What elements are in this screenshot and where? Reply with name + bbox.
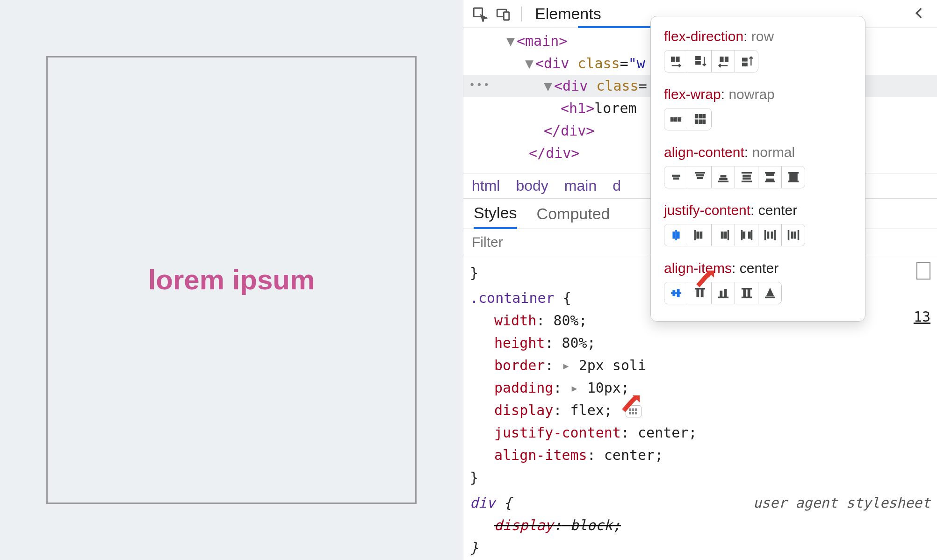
- justify-content-center-icon[interactable]: [664, 224, 688, 246]
- flex-direction-row-reverse-icon[interactable]: [711, 50, 735, 72]
- justify-content-start-icon[interactable]: [688, 224, 711, 246]
- svg-rect-11: [695, 57, 700, 60]
- section-flex-wrap: flex-wrap: nowrap: [664, 86, 852, 130]
- decl-padding[interactable]: padding: ▸ 10px;: [470, 377, 930, 399]
- section-justify-content: justify-content: center: [664, 202, 852, 266]
- svg-rect-32: [719, 178, 727, 180]
- subtab-styles[interactable]: Styles: [474, 199, 517, 229]
- svg-rect-10: [676, 57, 679, 62]
- align-content-space-around-icon[interactable]: [735, 166, 758, 188]
- content-heading: lorem ipsum: [148, 264, 315, 296]
- section-align-content: align-content: normal: [664, 144, 852, 188]
- justify-content-end-icon[interactable]: [711, 224, 735, 246]
- decl-height[interactable]: height: 80%;: [470, 332, 930, 354]
- device-toggle-icon[interactable]: [491, 2, 515, 26]
- svg-rect-79: [742, 297, 751, 298]
- svg-rect-73: [720, 291, 722, 297]
- svg-rect-46: [676, 230, 677, 240]
- justify-content-space-around-icon[interactable]: [758, 224, 781, 246]
- svg-rect-78: [748, 289, 750, 297]
- svg-rect-69: [677, 289, 679, 297]
- svg-rect-57: [751, 230, 752, 240]
- svg-rect-30: [697, 177, 703, 179]
- tab-elements[interactable]: Elements: [528, 0, 608, 28]
- label-flex-direction: flex-direction: row: [664, 29, 852, 44]
- breadcrumb-body[interactable]: body: [516, 177, 548, 194]
- svg-rect-55: [742, 232, 745, 238]
- svg-rect-65: [798, 230, 799, 240]
- align-content-stretch-icon[interactable]: [781, 166, 805, 188]
- svg-rect-31: [721, 176, 726, 178]
- align-items-start-icon[interactable]: [688, 282, 711, 304]
- svg-rect-58: [764, 230, 765, 240]
- align-content-options: [664, 166, 805, 188]
- align-content-end-icon[interactable]: [711, 166, 735, 188]
- svg-rect-39: [766, 173, 773, 176]
- svg-rect-26: [672, 175, 680, 177]
- svg-rect-47: [677, 232, 679, 238]
- svg-rect-35: [742, 175, 750, 177]
- svg-rect-15: [742, 58, 747, 61]
- flex-wrap-wrap-icon[interactable]: [688, 108, 711, 130]
- flex-direction-row-icon[interactable]: [664, 50, 688, 72]
- inspect-element-icon[interactable]: [468, 2, 491, 26]
- svg-rect-37: [742, 181, 751, 182]
- svg-rect-3: [629, 408, 631, 411]
- section-align-items: align-items: center: [664, 260, 852, 304]
- breadcrumb-html[interactable]: html: [472, 177, 500, 194]
- svg-rect-17: [670, 118, 673, 122]
- svg-rect-27: [673, 178, 679, 179]
- decl-justify-content[interactable]: justify-content: center;: [470, 422, 930, 444]
- svg-rect-36: [742, 178, 750, 179]
- svg-rect-34: [742, 172, 751, 173]
- source-file-link[interactable]: 13: [914, 309, 930, 325]
- rule-div-ua[interactable]: user agent stylesheet div { display: blo…: [470, 492, 930, 559]
- close-icon[interactable]: [909, 3, 932, 24]
- svg-rect-40: [766, 179, 773, 181]
- justify-content-space-evenly-icon[interactable]: [781, 224, 805, 246]
- decl-border[interactable]: border: ▸ 2px soli: [470, 354, 930, 377]
- align-content-start-icon[interactable]: [688, 166, 711, 188]
- label-align-items: align-items: center: [664, 260, 852, 276]
- align-items-end-icon[interactable]: [711, 282, 735, 304]
- decl-display[interactable]: display: flex;: [470, 399, 930, 422]
- svg-rect-19: [678, 118, 681, 122]
- svg-rect-72: [701, 289, 703, 297]
- decl-align-items[interactable]: align-items: center;: [470, 444, 930, 467]
- svg-rect-8: [635, 411, 637, 414]
- container-box: lorem ipsum: [46, 56, 417, 504]
- align-content-center-icon[interactable]: [664, 166, 688, 188]
- svg-rect-50: [700, 232, 702, 238]
- svg-rect-63: [791, 232, 793, 238]
- svg-rect-41: [765, 181, 775, 182]
- user-agent-label: user agent stylesheet: [753, 492, 930, 514]
- svg-rect-61: [774, 230, 775, 240]
- flex-wrap-nowrap-icon[interactable]: [664, 108, 688, 130]
- svg-rect-33: [718, 181, 728, 182]
- align-items-stretch-icon[interactable]: [735, 282, 758, 304]
- side-box-icon: [916, 262, 930, 280]
- breadcrumb-main[interactable]: main: [564, 177, 597, 194]
- svg-rect-14: [725, 57, 728, 62]
- align-items-baseline-icon[interactable]: [758, 282, 781, 304]
- label-justify-content: justify-content: center: [664, 202, 852, 218]
- svg-rect-18: [675, 118, 678, 122]
- svg-rect-5: [635, 408, 637, 411]
- subtab-computed[interactable]: Computed: [537, 199, 610, 229]
- flex-editor-icon[interactable]: [626, 405, 641, 417]
- align-content-space-between-icon[interactable]: [758, 166, 781, 188]
- flex-direction-column-reverse-icon[interactable]: [735, 50, 758, 72]
- svg-rect-16: [742, 63, 747, 66]
- align-items-options: [664, 282, 782, 304]
- flex-direction-column-icon[interactable]: [688, 50, 711, 72]
- svg-rect-25: [702, 120, 705, 123]
- svg-rect-22: [702, 115, 705, 118]
- breadcrumb-d[interactable]: d: [613, 177, 621, 194]
- justify-content-space-between-icon[interactable]: [735, 224, 758, 246]
- toolbar-separator: [521, 7, 522, 22]
- svg-rect-2: [504, 12, 509, 20]
- align-items-center-icon[interactable]: [664, 282, 688, 304]
- devtools-panel: Elements ▼<main> ▼<div class="w ▼<div cl…: [463, 0, 937, 560]
- svg-rect-48: [694, 230, 695, 240]
- svg-rect-13: [720, 57, 723, 62]
